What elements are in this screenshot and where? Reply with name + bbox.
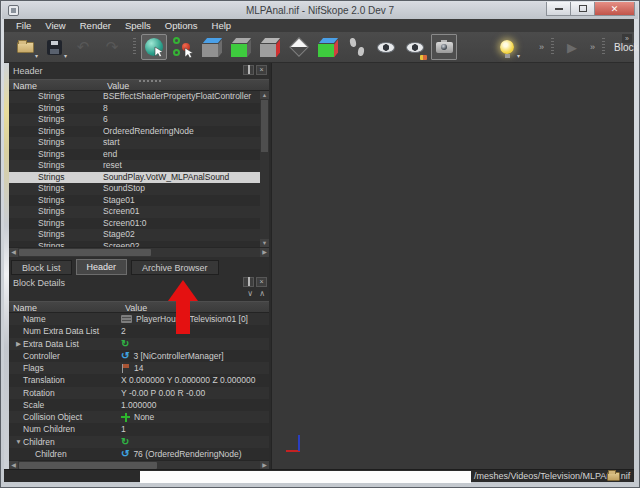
- header-table-row[interactable]: StringsBSEffectShaderPropertyFloatContro…: [9, 91, 269, 103]
- details-table-row[interactable]: Collision ObjectNone: [9, 411, 269, 423]
- dropdown-caret-icon: ▾: [35, 53, 38, 59]
- toolbar-drag-handle[interactable]: [602, 38, 605, 56]
- animation-walk-button[interactable]: [344, 34, 370, 60]
- tab-header[interactable]: Header: [76, 259, 128, 275]
- cube-green-icon: [231, 38, 251, 57]
- header-table-body: StringsBSEffectShaderPropertyFloatContro…: [9, 91, 269, 247]
- cursor-icon: [154, 46, 164, 58]
- folder-icon[interactable]: [607, 472, 620, 481]
- select-vertex-mode-button[interactable]: [170, 34, 196, 60]
- show-markers-button[interactable]: [286, 34, 312, 60]
- header-table-row[interactable]: Strings6: [9, 114, 269, 126]
- play-animation-button[interactable]: ▶: [559, 34, 585, 60]
- menu-help[interactable]: Help: [205, 19, 239, 32]
- row-name: Strings: [9, 172, 103, 184]
- details-table-row[interactable]: NamePlayerHouse_Television01 [0]: [9, 313, 269, 325]
- lighting-button[interactable]: ▾: [494, 34, 520, 60]
- tab-block-list[interactable]: Block List: [11, 260, 72, 275]
- header-vertical-scrollbar[interactable]: ▲ ▼: [260, 91, 269, 247]
- row-name: Rotation: [23, 387, 55, 399]
- menu-spells[interactable]: Spells: [118, 19, 158, 32]
- open-file-button[interactable]: ▾: [12, 34, 38, 60]
- show-collision-button[interactable]: [228, 34, 254, 60]
- details-table-head[interactable]: Name Value: [9, 301, 269, 313]
- details-table-row[interactable]: RotationY -0.00 P 0.00 R -0.00: [9, 387, 269, 399]
- view-textures-button[interactable]: [402, 34, 428, 60]
- details-table-row[interactable]: Num Extra Data List2: [9, 325, 269, 337]
- details-table-row[interactable]: TranslationX 0.000000 Y 0.000000 Z 0.000…: [9, 374, 269, 386]
- row-value: Stage02: [103, 229, 269, 241]
- details-dock-titlebar[interactable]: Block Details ×: [9, 275, 269, 291]
- header-table-row[interactable]: StringsSoundStop: [9, 183, 269, 195]
- chevron-up-icon[interactable]: ∧: [259, 289, 265, 298]
- header-table-row[interactable]: StringsSoundPlay.VotW_MLPAnalSound: [9, 172, 269, 184]
- refresh-icon: ↻: [121, 339, 129, 349]
- scroll-right-icon[interactable]: ▶: [260, 248, 269, 257]
- show-constraints-button[interactable]: [257, 34, 283, 60]
- titlebar[interactable]: MLPAnal.nif - NifSkope 2.0 Dev 7 ✕: [2, 2, 638, 19]
- header-dock-titlebar[interactable]: Header ×: [9, 63, 269, 79]
- header-table-row[interactable]: Strings8: [9, 103, 269, 115]
- dock-float-button[interactable]: [243, 65, 254, 75]
- splitter-handle[interactable]: [139, 80, 163, 82]
- screenshot-button[interactable]: [431, 34, 457, 60]
- scrollbar-thumb[interactable]: [19, 462, 157, 469]
- show-hidden-button[interactable]: [315, 34, 341, 60]
- scroll-down-icon[interactable]: ▼: [260, 239, 269, 247]
- details-table-row[interactable]: ▶Extra Data List↻: [9, 338, 269, 350]
- details-table-row[interactable]: Num Children1: [9, 423, 269, 435]
- row-name: Strings: [9, 195, 103, 207]
- undo-button[interactable]: ↶: [70, 34, 96, 60]
- row-name: Children: [35, 448, 67, 460]
- header-table-row[interactable]: Stringsreset: [9, 160, 269, 172]
- scroll-left-icon[interactable]: ◀: [9, 248, 18, 257]
- header-table-row[interactable]: StringsOrderedRenderingNode: [9, 126, 269, 138]
- maximize-button[interactable]: [571, 2, 595, 16]
- tab-archive-browser[interactable]: Archive Browser: [131, 260, 219, 275]
- menu-options[interactable]: Options: [158, 19, 205, 32]
- dropdown-caret-icon: ▾: [64, 53, 67, 59]
- row-value: start: [103, 137, 269, 149]
- play-icon: ▶: [567, 40, 577, 55]
- header-table-row[interactable]: StringsScreen01: [9, 206, 269, 218]
- save-file-button[interactable]: ▾: [41, 34, 67, 60]
- header-table-row[interactable]: StringsStage01: [9, 195, 269, 207]
- chevron-down-icon[interactable]: ∨: [247, 289, 253, 298]
- block-details-dock: Block Details × ∨ ∧ Name Value Nam: [9, 275, 269, 470]
- details-table-row[interactable]: Children↺76 (OrderedRenderingNode): [9, 448, 269, 460]
- collapse-arrow-icon[interactable]: ▼: [14, 436, 23, 448]
- row-value: None: [134, 411, 154, 423]
- eye-icon: [377, 42, 395, 53]
- show-nodes-button[interactable]: [199, 34, 225, 60]
- header-table-row[interactable]: Stringsstart: [9, 137, 269, 149]
- details-table-row[interactable]: Controller↺3 [NiControllerManager]: [9, 350, 269, 362]
- menu-render[interactable]: Render: [73, 19, 118, 32]
- expand-arrow-icon[interactable]: ▶: [14, 338, 23, 350]
- header-table-row[interactable]: Stringsend: [9, 149, 269, 161]
- header-horizontal-scrollbar[interactable]: ◀ ▶: [9, 247, 269, 257]
- viewport-3d[interactable]: [271, 63, 634, 469]
- block-list-combo[interactable]: Block List: [614, 42, 640, 53]
- header-table-row[interactable]: StringsScreen01:0: [9, 218, 269, 230]
- close-button[interactable]: ✕: [595, 2, 635, 16]
- dock-close-button[interactable]: ×: [256, 277, 267, 287]
- details-table-row[interactable]: Scale1.000000: [9, 399, 269, 411]
- details-table-row[interactable]: Flags14: [9, 362, 269, 374]
- link-icon: ↺: [121, 351, 129, 361]
- dock-float-button[interactable]: [243, 277, 254, 287]
- header-table-row[interactable]: StringsStage02: [9, 229, 269, 241]
- select-object-mode-button[interactable]: [141, 34, 167, 60]
- minimize-button[interactable]: [546, 2, 571, 16]
- toolbar-overflow-button[interactable]: »: [622, 34, 632, 43]
- toolbar-drag-handle[interactable]: [133, 38, 136, 56]
- menu-file[interactable]: File: [9, 19, 38, 32]
- scroll-up-icon[interactable]: ▲: [260, 91, 269, 99]
- scrollbar-thumb[interactable]: [19, 249, 151, 256]
- dock-close-button[interactable]: ×: [256, 65, 267, 75]
- redo-button[interactable]: ↷: [99, 34, 125, 60]
- menu-view[interactable]: View: [38, 19, 72, 32]
- row-name: Strings: [9, 218, 103, 230]
- view-eye-button[interactable]: [373, 34, 399, 60]
- details-table-row[interactable]: ▼Children↻: [9, 436, 269, 448]
- toolbar-drag-handle[interactable]: [551, 38, 554, 56]
